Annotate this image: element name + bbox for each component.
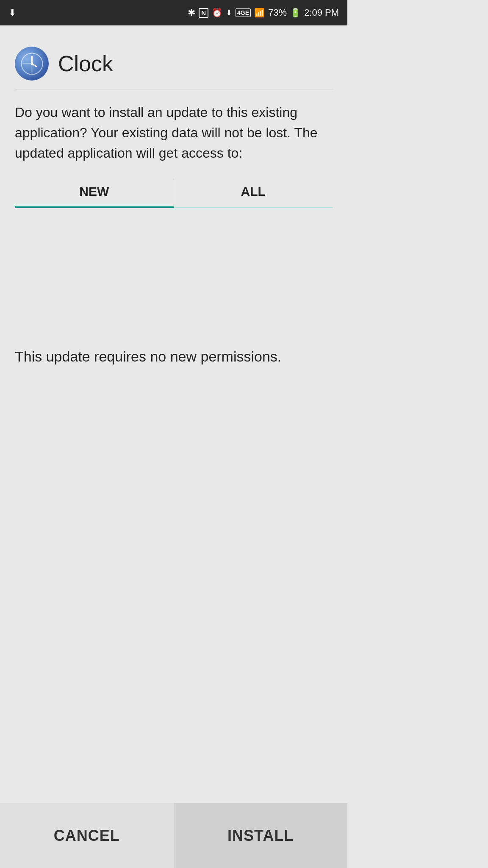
bottom-buttons: CANCEL INSTALL (0, 803, 347, 868)
lte-badge: 4GE (236, 8, 251, 17)
tabs-container: NEW ALL (15, 176, 333, 208)
status-bar-left: ⬇ (8, 7, 16, 18)
app-header: Clock (15, 38, 333, 89)
nfc-icon: N (199, 8, 208, 18)
main-content: Clock Do you want to install an update t… (0, 25, 347, 505)
tab-content-area: This update requires no new permissions. (15, 208, 333, 505)
download-icon: ⬇ (8, 7, 16, 18)
tab-new[interactable]: NEW (15, 176, 174, 207)
status-bar-right: ✱ N ⏰ ⬇ 4GE 📶 73% 🔋 2:09 PM (188, 7, 339, 18)
no-permissions-text: This update requires no new permissions. (15, 348, 333, 365)
battery-percentage: 73% (268, 7, 287, 18)
status-bar: ⬇ ✱ N ⏰ ⬇ 4GE 📶 73% 🔋 2:09 PM (0, 0, 347, 25)
install-description: Do you want to install an update to this… (15, 89, 333, 172)
alarm-icon: ⏰ (212, 8, 222, 18)
install-button[interactable]: INSTALL (174, 803, 348, 868)
time-display: 2:09 PM (304, 7, 339, 18)
bluetooth-icon: ✱ (188, 7, 195, 18)
cancel-button[interactable]: CANCEL (0, 803, 174, 868)
app-name: Clock (58, 51, 113, 76)
battery-icon: 🔋 (290, 8, 301, 18)
app-icon (15, 47, 49, 81)
signal-download-icon: ⬇ (226, 8, 232, 17)
tab-all[interactable]: ALL (174, 176, 333, 207)
svg-point-5 (30, 62, 33, 65)
signal-bars-icon: 📶 (254, 8, 265, 18)
